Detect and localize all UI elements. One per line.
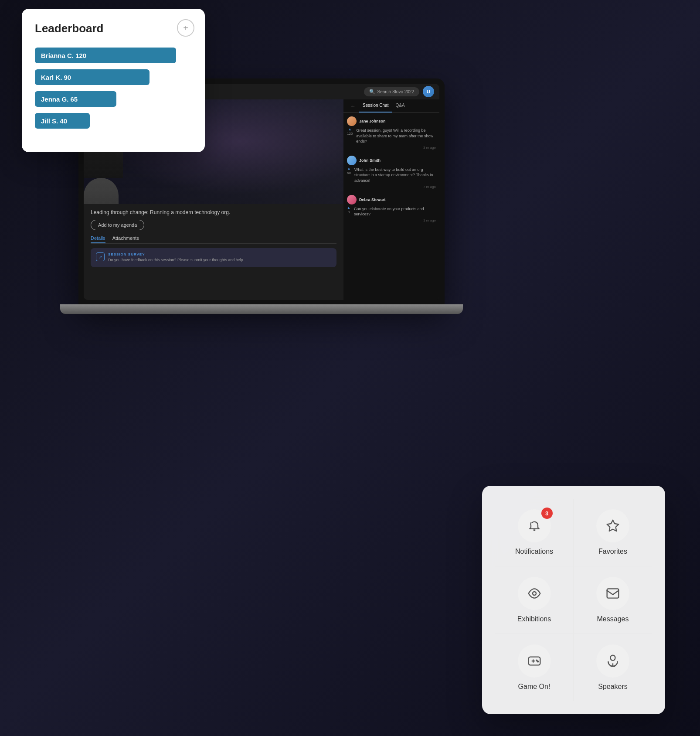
vote-count: 120 — [347, 132, 353, 136]
chat-tab-session[interactable]: Session Chat — [359, 99, 392, 112]
menu-item-favorites[interactable]: Favorites — [574, 499, 652, 566]
vote-count: 50 — [347, 171, 351, 175]
survey-text: Do you have feedback on this session? Pl… — [108, 257, 243, 263]
chat-panel: ← Session Chat Q&A Jane Johnson ▲ 120 Gr… — [343, 99, 439, 300]
svg-rect-6 — [611, 655, 615, 661]
notifications-icon-circle: 3 — [518, 509, 551, 542]
msg-text: What is the best way to build out an org… — [354, 167, 436, 184]
leaderboard-card: Leaderboard + Brianna C. 120Karl K. 90Je… — [22, 9, 205, 152]
favorites-icon-circle — [596, 509, 629, 542]
laptop-base — [60, 304, 463, 314]
menu-item-game-on[interactable]: Game On! — [495, 634, 574, 701]
notifications-label: Notifications — [515, 548, 553, 555]
chat-messages: Jane Johnson ▲ 120 Great session, guys! … — [343, 113, 439, 300]
msg-name: John Smith — [359, 158, 381, 163]
tab-attachments[interactable]: Attachments — [112, 235, 139, 243]
chat-message: Jane Johnson ▲ 120 Great session, guys! … — [347, 116, 436, 150]
leaderboard-row: Jill S. 40 — [35, 113, 192, 129]
survey-icon: ↗ — [96, 252, 105, 261]
msg-name: Debra Stewart — [359, 198, 386, 202]
chat-tab-qa[interactable]: Q&A — [392, 99, 408, 112]
notifications-badge: 3 — [541, 508, 553, 519]
session-tabs: Details Attachments — [91, 235, 336, 244]
msg-name: Jane Johnson — [359, 119, 386, 123]
msg-avatar — [347, 156, 357, 165]
game-on-label: Game On! — [518, 683, 550, 691]
chat-tabs: ← Session Chat Q&A — [343, 99, 439, 113]
msg-avatar — [347, 116, 357, 126]
session-info: Leading through change: Running a modern… — [84, 204, 343, 300]
leaderboard-bar: Jenna G. 65 — [35, 91, 116, 107]
upvote-icon[interactable]: ▲ — [347, 167, 350, 170]
speakers-icon-circle — [596, 644, 629, 678]
vote-area[interactable]: ▲ 0 — [347, 206, 350, 222]
exhibitions-label: Exhibitions — [517, 615, 551, 623]
msg-text: Can you elaborate on your products and s… — [354, 206, 436, 217]
msg-text: Great session, guys! Will a recording be… — [356, 128, 436, 144]
leaderboard-title: Leaderboard — [35, 22, 192, 35]
speakers-label: Speakers — [598, 683, 628, 691]
msg-avatar — [347, 195, 357, 204]
leaderboard-row: Jenna G. 65 — [35, 91, 192, 107]
exhibitions-icon-circle — [518, 577, 551, 610]
msg-time: 3 m ago — [356, 146, 436, 150]
user-avatar[interactable]: U — [423, 86, 434, 97]
survey-label: SESSION SURVEY — [108, 252, 243, 256]
chat-message: Debra Stewart ▲ 0 Can you elaborate on y… — [347, 195, 436, 222]
vote-count: 0 — [348, 210, 350, 214]
menu-grid: 3NotificationsFavoritesExhibitionsMessag… — [495, 499, 652, 701]
vote-area[interactable]: ▲ 50 — [347, 167, 351, 189]
survey-banner[interactable]: ↗ SESSION SURVEY Do you have feedback on… — [91, 248, 336, 267]
menu-item-speakers[interactable]: Speakers — [574, 634, 652, 701]
chat-message: John Smith ▲ 50 What is the best way to … — [347, 156, 436, 189]
session-description: Leading through change: Running a modern… — [91, 209, 336, 215]
menu-item-exhibitions[interactable]: Exhibitions — [495, 566, 574, 634]
svg-point-4 — [536, 660, 537, 661]
svg-point-5 — [537, 661, 538, 662]
svg-point-1 — [533, 592, 536, 595]
game-on-icon-circle — [518, 644, 551, 678]
vote-area[interactable]: ▲ 120 — [347, 128, 353, 150]
leaderboard-bar: Jill S. 40 — [35, 113, 90, 129]
search-icon: 🔍 — [369, 89, 375, 95]
svg-marker-0 — [607, 520, 619, 531]
leaderboard-bar: Brianna C. 120 — [35, 48, 176, 63]
mobile-menu-card: 3NotificationsFavoritesExhibitionsMessag… — [482, 486, 665, 714]
messages-icon-circle — [596, 577, 629, 610]
messages-label: Messages — [597, 615, 629, 623]
upvote-icon[interactable]: ▲ — [348, 128, 352, 131]
msg-time: 1 m ago — [354, 218, 436, 222]
search-text: Search Slovo 2022 — [377, 89, 414, 94]
svg-rect-2 — [607, 589, 619, 598]
leaderboard-row: Brianna C. 120 — [35, 48, 192, 63]
plus-button[interactable]: + — [177, 19, 194, 37]
chat-back-button[interactable]: ← — [347, 99, 359, 112]
menu-item-notifications[interactable]: 3Notifications — [495, 499, 574, 566]
leaderboard-bar: Karl K. 90 — [35, 69, 150, 85]
search-box[interactable]: 🔍 Search Slovo 2022 — [364, 87, 419, 96]
leaderboard-row: Karl K. 90 — [35, 69, 192, 85]
menu-item-messages[interactable]: Messages — [574, 566, 652, 634]
add-agenda-button[interactable]: Add to my agenda — [91, 220, 144, 230]
favorites-label: Favorites — [598, 548, 627, 555]
msg-time: 7 m ago — [354, 185, 436, 189]
tab-details[interactable]: Details — [91, 235, 105, 243]
upvote-icon[interactable]: ▲ — [347, 206, 350, 210]
